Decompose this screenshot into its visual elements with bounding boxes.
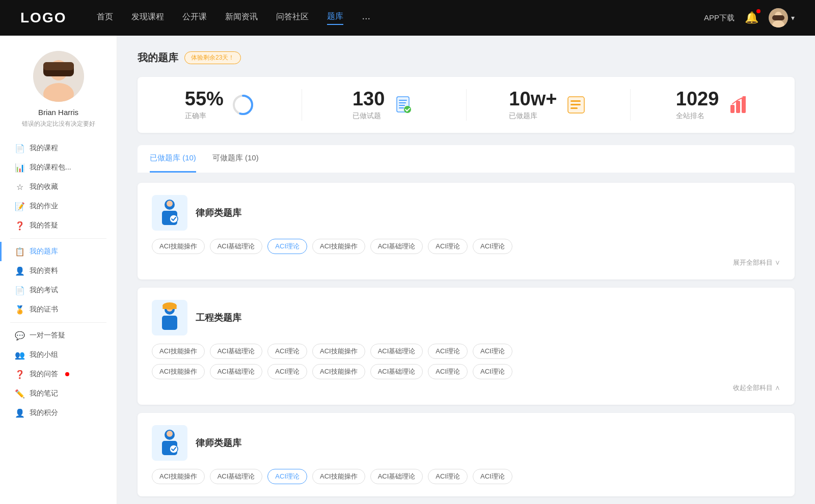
rank-value: 1029 [676, 89, 719, 108]
tag-active[interactable]: ACI理论 [267, 469, 307, 484]
tag-active[interactable]: ACI理论 [267, 239, 307, 254]
expand-btn-1[interactable]: 展开全部科目 ∨ [152, 258, 780, 267]
sidebar-item-questions[interactable]: ❓ 我的问答 [0, 365, 117, 384]
tag[interactable]: ACI基础理论 [210, 364, 263, 379]
tag[interactable]: ACI技能操作 [152, 469, 205, 484]
engineer-icon-wrap [152, 300, 187, 335]
bank-title-2: 工程类题库 [196, 312, 241, 324]
svg-point-37 [167, 431, 173, 437]
done-questions-icon [393, 94, 415, 116]
sidebar-item-profile[interactable]: 👤 我的资料 [0, 261, 117, 281]
nav-discover[interactable]: 发现课程 [131, 12, 164, 24]
points-icon: 👤 [15, 408, 24, 417]
tag[interactable]: ACI基础理论 [210, 344, 263, 359]
tag[interactable]: ACI技能操作 [152, 239, 205, 254]
done-banks-label: 已做题库 [509, 111, 557, 121]
tag[interactable]: ACI理论 [473, 364, 512, 379]
nav-home[interactable]: 首页 [97, 12, 113, 24]
bar-chart-icon [728, 95, 748, 115]
app-download-btn[interactable]: APP下载 [704, 13, 735, 23]
rank-label: 全站排名 [676, 111, 719, 121]
document-icon: 📄 [15, 144, 24, 153]
tag[interactable]: ACI基础理论 [370, 364, 423, 379]
nav-menu: 首页 发现课程 公开课 新闻资讯 问答社区 题库 ··· [97, 11, 704, 25]
bank-1-tags: ACI技能操作 ACI基础理论 ACI理论 ACI技能操作 ACI基础理论 AC… [152, 239, 780, 254]
svg-rect-31 [162, 316, 177, 330]
done-questions-label: 已做试题 [352, 111, 385, 121]
user-avatar-menu[interactable]: ▾ [769, 8, 795, 27]
tag[interactable]: ACI理论 [428, 469, 468, 484]
nav-news[interactable]: 新闻资讯 [225, 12, 258, 24]
sidebar-item-homework[interactable]: 📝 我的作业 [0, 197, 117, 216]
tag[interactable]: ACI基础理论 [370, 239, 423, 254]
certificate-icon: 🏅 [15, 305, 24, 314]
nav-more[interactable]: ··· [362, 12, 370, 24]
nav-qa[interactable]: 问答社区 [276, 12, 309, 24]
sidebar-item-favorites[interactable]: ☆ 我的收藏 [0, 177, 117, 197]
divider-2 [10, 322, 106, 323]
sidebar-item-questionbank[interactable]: 📋 我的题库 [0, 242, 117, 261]
tab-done-banks[interactable]: 已做题库 (10) [150, 145, 196, 173]
svg-rect-23 [736, 101, 740, 113]
sidebar-item-tutoring[interactable]: 💬 一对一答疑 [0, 326, 117, 345]
tag[interactable]: ACI理论 [267, 364, 307, 379]
tag[interactable]: ACI基础理论 [370, 469, 423, 484]
tag[interactable]: ACI理论 [428, 344, 468, 359]
notes-icon: ✏️ [15, 389, 24, 398]
notification-bell[interactable]: 🔔 [745, 11, 758, 24]
tag[interactable]: ACI技能操作 [312, 469, 365, 484]
done-banks-icon [565, 94, 587, 116]
svg-rect-19 [570, 100, 581, 102]
collapse-btn-2[interactable]: 收起全部科目 ∧ [152, 383, 780, 393]
tag[interactable]: ACI基础理论 [370, 344, 423, 359]
bar-chart-icon: 📊 [15, 163, 24, 172]
tag[interactable]: ACI理论 [473, 239, 512, 254]
tag[interactable]: ACI理论 [473, 344, 512, 359]
tag[interactable]: ACI理论 [428, 364, 468, 379]
bank-2-tags-row2: ACI技能操作 ACI基础理论 ACI理论 ACI技能操作 ACI基础理论 AC… [152, 364, 780, 379]
svg-rect-13 [399, 100, 407, 101]
questions-icon: ❓ [15, 370, 24, 379]
star-icon: ☆ [15, 182, 24, 191]
svg-point-11 [238, 100, 248, 110]
tag[interactable]: ACI理论 [428, 239, 468, 254]
tag[interactable]: ACI技能操作 [312, 239, 365, 254]
sidebar-item-course-packages[interactable]: 📊 我的课程包... [0, 158, 117, 177]
nav-open-course[interactable]: 公开课 [182, 12, 207, 24]
tag[interactable]: ACI技能操作 [152, 364, 205, 379]
sidebar-item-notes[interactable]: ✏️ 我的笔记 [0, 384, 117, 403]
lawyer-person-icon-2 [157, 428, 182, 458]
nav-exam[interactable]: 题库 [327, 11, 343, 25]
sidebar-item-courses[interactable]: 📄 我的课程 [0, 138, 117, 158]
sidebar-item-points[interactable]: 👤 我的积分 [0, 403, 117, 423]
accuracy-label: 正确率 [185, 111, 224, 121]
main-content: 我的题库 体验剩余23天！ 55% 正确率 [117, 36, 815, 504]
lawyer-icon-wrap-2 [152, 425, 187, 461]
tag[interactable]: ACI理论 [267, 344, 307, 359]
tag[interactable]: ACI理论 [473, 469, 512, 484]
tab-available-banks[interactable]: 可做题库 (10) [212, 145, 259, 173]
sidebar-item-exam[interactable]: 📄 我的考试 [0, 281, 117, 300]
logo[interactable]: LOGO [20, 10, 66, 26]
svg-rect-3 [772, 15, 784, 20]
tag[interactable]: ACI基础理论 [210, 469, 263, 484]
svg-rect-20 [570, 104, 581, 105]
tag[interactable]: ACI技能操作 [152, 344, 205, 359]
svg-rect-22 [730, 105, 735, 113]
sidebar-item-groups[interactable]: 👥 我的小组 [0, 345, 117, 365]
grid-icon: 📋 [15, 247, 24, 256]
tabs-row: 已做题库 (10) 可做题库 (10) [138, 145, 795, 173]
stat-done-questions: 130 已做试题 [302, 89, 467, 121]
done-banks-value: 10w+ [509, 89, 557, 108]
sidebar-item-qa[interactable]: ❓ 我的答疑 [0, 216, 117, 235]
tag[interactable]: ACI技能操作 [312, 364, 365, 379]
tag[interactable]: ACI基础理论 [210, 239, 263, 254]
avatar [769, 8, 788, 27]
svg-rect-34 [162, 307, 177, 309]
stat-accuracy: 55% 正确率 [138, 89, 302, 121]
tag[interactable]: ACI技能操作 [312, 344, 365, 359]
sidebar-item-certificate[interactable]: 🏅 我的证书 [0, 300, 117, 319]
accuracy-icon [232, 94, 254, 116]
unread-badge [65, 372, 69, 376]
notification-badge [756, 9, 760, 13]
